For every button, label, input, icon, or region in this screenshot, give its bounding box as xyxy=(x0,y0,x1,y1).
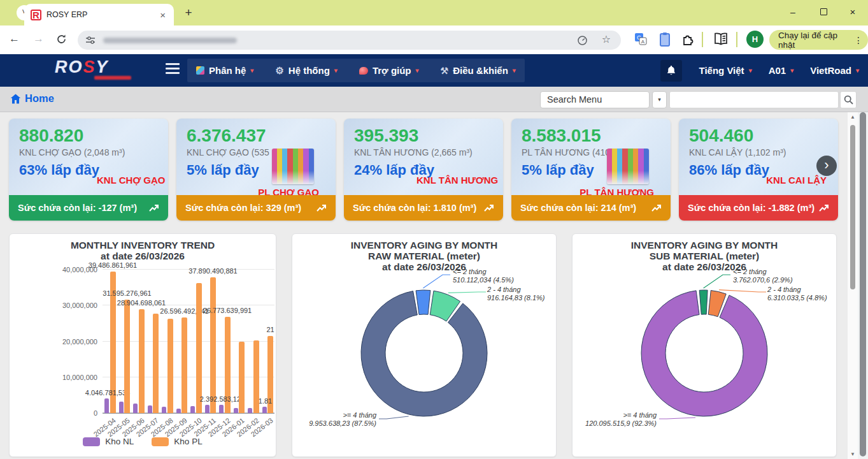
kpi-footer-link[interactable]: Sức chứa còn lại: 214 (m³) xyxy=(511,195,671,221)
speedometer-icon[interactable] xyxy=(577,35,588,48)
trending-up-icon xyxy=(149,204,159,212)
reload-icon[interactable] xyxy=(56,34,67,47)
main-menu: Phân hệ ▾ ⚙ Hệ thống ▾ Trợ giúp ▾ ⚒ Điều… xyxy=(187,59,525,82)
profile-avatar[interactable]: H xyxy=(746,31,764,48)
slice-callout-label: 2 - 4 tháng6.310.033,5 (4.8%) xyxy=(767,286,827,302)
reading-list-book-icon[interactable] xyxy=(713,32,729,48)
page-scrollbar[interactable]: ▲ ▼ xyxy=(848,112,858,459)
kpi-subtitle: KNL TÂN HƯƠNG (2,665 m³) xyxy=(354,147,493,157)
aging-sub-material-chart: INVENTORY AGING BY MONTH SUB MATERIAL (m… xyxy=(572,233,837,457)
home-icon xyxy=(10,94,21,104)
trending-up-icon xyxy=(317,204,327,212)
bar-kho-nl xyxy=(104,398,109,413)
browser-chrome: ˅ R ROSY ERP × + – × xyxy=(0,0,868,26)
kpi-value: 6.376.437 xyxy=(187,126,325,145)
user-menu[interactable]: VietRoad ▾ xyxy=(810,65,859,76)
slice-callout-label: >= 4 tháng120.095.515,9 (92.3%) xyxy=(573,411,657,428)
browser-scrollbar[interactable] xyxy=(858,112,868,459)
kpi-value: 504.460 xyxy=(689,126,828,145)
scroll-up-icon[interactable]: ▲ xyxy=(848,114,858,120)
chevron-down-icon: ▾ xyxy=(749,67,752,74)
bar-kho-nl xyxy=(248,408,252,413)
browser-scrollbar-thumb[interactable] xyxy=(860,112,866,456)
product-image-thumbnail xyxy=(272,149,314,184)
bar-kho-pl xyxy=(196,283,202,413)
kpi-card-knl-tan-huong: 395.393 KNL TÂN HƯƠNG (2,665 m³) 24% lấp… xyxy=(344,119,503,221)
chevron-down-icon: ▾ xyxy=(513,67,516,74)
slice-callout-label: <= 2 tháng510.112,034 (4.5%) xyxy=(453,268,514,284)
breadcrumb-home[interactable]: Home xyxy=(10,92,54,105)
menu-item-dieu-khien[interactable]: ⚒ Điều &khiển ▾ xyxy=(441,65,516,76)
app-navbar: ROSY Phân hệ ▾ ⚙ Hệ thống ▾ Trợ giúp ▾ ⚒ xyxy=(0,54,868,87)
language-selector[interactable]: Tiếng Việt ▾ xyxy=(699,65,751,76)
menu-item-phan-he[interactable]: Phân hệ ▾ xyxy=(196,65,253,76)
rosy-logo[interactable]: ROSY xyxy=(55,59,109,75)
help-chat-icon xyxy=(359,67,368,75)
translate-icon[interactable]: GA xyxy=(634,32,648,48)
search-icon xyxy=(844,95,853,105)
warehouse-tag: KNL TÂN HƯƠNG xyxy=(416,175,498,186)
chevron-down-icon: ▾ xyxy=(416,67,419,74)
toolbar-separator xyxy=(702,32,703,47)
chevron-down-icon: ▾ xyxy=(790,67,793,74)
kpi-card-knl-cai-lay: 504.460 KNL CAI LẬY (1,102 m³) 86% lấp đ… xyxy=(679,119,838,221)
kpi-footer-link[interactable]: Sức chứa còn lại: 1.810 (m³) xyxy=(344,195,503,221)
warehouse-tag: KNL CAI LẬY xyxy=(766,175,827,186)
rosy-favicon-icon: R xyxy=(31,10,41,20)
legend-item: Kho PL xyxy=(152,437,202,446)
kpi-footer-link[interactable]: Sức chứa còn lại: -127 (m³) xyxy=(9,195,168,221)
kpi-value: 880.820 xyxy=(19,126,158,145)
bell-icon xyxy=(666,65,676,76)
carousel-next-button[interactable]: › xyxy=(816,156,837,176)
aging-raw-material-chart: INVENTORY AGING BY MONTH RAW MATERIAL (m… xyxy=(292,233,557,457)
scrollbar-thumb[interactable] xyxy=(850,125,855,289)
search-menu-select[interactable]: Search Menu xyxy=(540,91,650,108)
bar-plot-area: 010,000,00020,000,00030,000,00040,000,00… xyxy=(103,270,274,414)
gear-icon: ⚙ xyxy=(275,65,283,76)
tab-close-icon[interactable]: × xyxy=(158,10,167,20)
extensions-icon[interactable] xyxy=(681,32,695,48)
clipboard-icon[interactable] xyxy=(658,32,671,50)
kpi-card-knl-cho-gao: 880.820 KNL CHỢ GẠO (2,048 m³) 63% lấp đ… xyxy=(9,119,168,221)
toolbar-separator xyxy=(736,32,737,47)
kpi-footer-link[interactable]: Sức chứa còn lại: -1.882 (m³) xyxy=(679,195,838,221)
trending-up-icon xyxy=(651,204,662,212)
search-menu-caret-icon[interactable]: ▾ xyxy=(652,91,667,108)
browser-menu-kebab-icon[interactable]: ⋮ xyxy=(854,35,863,45)
window-maximize-button[interactable] xyxy=(813,4,834,20)
window-minimize-button[interactable]: – xyxy=(782,4,804,20)
bar-kho-nl xyxy=(205,405,210,413)
browser-tab[interactable]: R ROSY ERP × xyxy=(24,4,174,26)
scroll-down-icon[interactable]: ▼ xyxy=(848,451,858,457)
kpi-value: 395.393 xyxy=(354,126,493,145)
back-icon[interactable]: ← xyxy=(9,33,20,45)
bar-x-axis-labels: 2025-042025-052025-062025-072025-082025-… xyxy=(103,415,274,438)
bar-kho-pl xyxy=(167,319,173,413)
kpi-card-pl-cho-gao: 6.376.437 KNL CHỢ GẠO (535 m³) 5% lấp đầ… xyxy=(176,119,336,221)
company-selector[interactable]: A01 ▾ xyxy=(769,65,794,76)
hamburger-menu-icon[interactable] xyxy=(166,63,180,76)
update-chrome-button[interactable]: Chạy lại để cập nhật ⋮ xyxy=(769,30,868,50)
slice-callout-label: >= 4 tháng9.953.638,23 (87.5%) xyxy=(292,411,376,428)
bar-kho-nl xyxy=(119,402,124,413)
address-bar[interactable]: ☆ xyxy=(78,31,621,50)
bar-kho-nl xyxy=(148,405,152,413)
menu-item-tro-giup[interactable]: Trợ giúp ▾ xyxy=(359,65,419,76)
new-tab-button[interactable]: + xyxy=(181,5,196,20)
tune-icon[interactable] xyxy=(85,35,96,48)
bar-kho-nl xyxy=(133,404,138,413)
bar-kho-pl xyxy=(210,277,216,413)
menu-item-he-thong[interactable]: ⚙ Hệ thống ▾ xyxy=(275,65,337,76)
chart-title: MONTHLY INVENTORY TREND at date 26/03/20… xyxy=(10,240,276,261)
slice-callout-label: <= 2 tháng3.762.070,6 (2.9%) xyxy=(733,268,793,284)
search-input[interactable] xyxy=(669,91,839,108)
screen: ˅ R ROSY ERP × + – × ← → ☆ GA xyxy=(0,0,868,459)
kpi-subtitle: KNL CHỢ GẠO (2,048 m³) xyxy=(19,147,158,157)
kpi-footer-link[interactable]: Sức chứa còn lại: 329 (m³) xyxy=(176,195,336,221)
notifications-button[interactable] xyxy=(660,60,682,82)
chevron-down-icon: ▾ xyxy=(334,67,338,74)
kpi-value: 8.583.015 xyxy=(522,126,660,145)
search-button[interactable] xyxy=(840,91,857,108)
bookmark-star-icon[interactable]: ☆ xyxy=(602,33,611,45)
window-close-button[interactable]: × xyxy=(842,4,864,20)
